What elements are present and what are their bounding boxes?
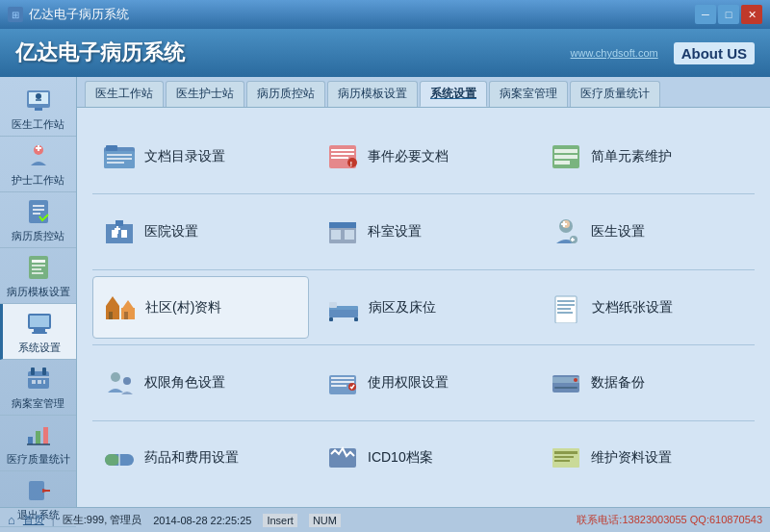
sidebar-label-nurse: 护士工作站 (12, 174, 64, 187)
svg-rect-99 (554, 451, 578, 454)
close-button[interactable]: ✕ (741, 5, 762, 24)
svg-rect-25 (32, 380, 36, 384)
svg-point-84 (123, 377, 131, 385)
tab-nurse-ws[interactable]: 医生护士站 (166, 81, 244, 107)
role-perm-label: 权限角色设置 (144, 374, 225, 392)
grid-row-5: 药品和费用设置 ICD10档案 (92, 421, 755, 495)
sidebar-label-template: 病历模板设置 (7, 286, 70, 298)
tab-doctor-ws[interactable]: 医生工作站 (85, 81, 164, 107)
doc-dir-icon (102, 141, 137, 172)
sidebar-item-case-room[interactable]: 病案室管理 (0, 360, 76, 416)
maximize-button[interactable]: □ (718, 5, 739, 24)
content-area: 医生工作站 医生护士站 病历质控站 病历模板设置 系统设置 病案室管理 医疗质量… (77, 77, 770, 507)
status-main: 医生:999, 管理员 2014-08-28 22:25:25 Insert N… (63, 513, 570, 527)
grid-cell-drug-fee[interactable]: 药品和费用设置 (92, 427, 308, 490)
data-backup-icon (549, 367, 583, 398)
home-icon: ⌂ (8, 513, 15, 527)
home-label[interactable]: 首页 (23, 513, 44, 527)
grid-cell-doc-dir[interactable]: 文档目录设置 (92, 125, 308, 188)
maintain-label: 维护资料设置 (591, 449, 672, 467)
svg-rect-26 (38, 380, 41, 384)
grid-cell-use-perm[interactable]: 使用权限设置 (316, 351, 531, 414)
svg-text:!: ! (350, 160, 353, 168)
sidebar-item-system[interactable]: 系统设置 (0, 304, 76, 360)
svg-rect-88 (331, 385, 346, 387)
grid-cell-ward-bed[interactable]: 病区及床位 (317, 276, 531, 339)
ward-bed-label: 病区及床位 (369, 299, 436, 317)
svg-rect-23 (42, 367, 46, 375)
grid-cell-data-backup[interactable]: 数据备份 (539, 351, 755, 414)
grid-cell-icd10[interactable]: ICD10档案 (316, 427, 531, 490)
svg-rect-27 (43, 380, 45, 384)
svg-rect-42 (331, 153, 354, 155)
svg-rect-19 (34, 329, 45, 332)
grid-row-2: 医院设置 科室设置 (92, 194, 755, 269)
tab-case-room[interactable]: 病案室管理 (489, 81, 568, 107)
svg-rect-7 (38, 145, 39, 151)
sidebar-label-case: 病案室管理 (12, 397, 64, 410)
svg-rect-76 (329, 317, 333, 321)
svg-rect-50 (106, 224, 133, 243)
num-label: NUM (309, 514, 341, 527)
data-backup-label: 数据备份 (591, 374, 645, 392)
grid-cell-hospital[interactable]: 医院设置 (92, 200, 308, 263)
svg-rect-75 (329, 302, 337, 308)
sidebar-item-quality-stats[interactable]: 医疗质量统计 (0, 416, 76, 471)
grid-cell-community[interactable]: 社区(村)资料 (92, 276, 309, 339)
minimize-button[interactable]: ─ (695, 5, 716, 24)
website-link[interactable]: www.chydsoft.com (571, 47, 658, 59)
event-doc-icon: ! (325, 141, 360, 172)
svg-rect-101 (554, 460, 570, 462)
svg-rect-32 (29, 481, 44, 500)
grid-cell-doctor[interactable]: 医生设置 (539, 200, 755, 263)
doc-dir-label: 文档目录设置 (144, 148, 225, 165)
doctor-icon (549, 216, 583, 247)
grid-cell-role-perm[interactable]: 权限角色设置 (92, 351, 308, 414)
about-button[interactable]: About US (674, 42, 755, 64)
simple-elem-label: 简单元素维护 (591, 148, 672, 165)
svg-rect-36 (106, 145, 117, 151)
svg-rect-95 (105, 454, 119, 466)
nurse-workstation-icon (23, 140, 54, 171)
grid-row-3: 社区(村)资料 病区及床位 (92, 270, 755, 345)
hospital-icon (102, 216, 137, 247)
insert-label: Insert (263, 514, 297, 527)
quality-stats-icon (23, 419, 54, 450)
svg-rect-29 (36, 431, 40, 444)
svg-rect-80 (557, 304, 575, 306)
grid-cell-simple-elem[interactable]: 简单元素维护 (539, 125, 755, 188)
svg-rect-43 (331, 157, 348, 159)
doctor-label: 医生:999, 管理员 (63, 513, 142, 527)
grid-cell-event-doc[interactable]: ! 事件必要文档 (316, 125, 531, 188)
dept-label: 科室设置 (368, 223, 422, 241)
svg-rect-86 (331, 377, 354, 379)
tab-quality-stat[interactable]: 医疗质量统计 (570, 81, 660, 107)
hospital-label: 医院设置 (144, 223, 198, 241)
tab-sys-set[interactable]: 系统设置 (420, 81, 487, 107)
sidebar-item-quality-control[interactable]: 病历质控站 (0, 192, 76, 248)
quality-control-icon (23, 196, 54, 227)
dept-icon (325, 216, 360, 247)
svg-marker-70 (121, 300, 135, 310)
sidebar-item-nurse-workstation[interactable]: 护士工作站 (0, 137, 76, 192)
sidebar-label-doctor: 医生工作站 (12, 118, 64, 131)
grid-cell-dept[interactable]: 科室设置 (316, 200, 531, 263)
svg-rect-81 (557, 308, 571, 310)
sidebar-item-template[interactable]: 病历模板设置 (0, 248, 76, 304)
svg-rect-20 (32, 332, 47, 334)
svg-rect-59 (345, 230, 354, 240)
tab-quality-ctrl[interactable]: 病历质控站 (246, 81, 325, 107)
tab-bar: 医生工作站 医生护士站 病历质控站 病历模板设置 系统设置 病案室管理 医疗质量… (77, 77, 770, 108)
sidebar-item-doctor-workstation[interactable]: 医生工作站 (0, 81, 76, 137)
doctor-workstation-icon (23, 85, 54, 115)
svg-rect-30 (43, 427, 48, 444)
event-doc-label: 事件必要文档 (368, 148, 449, 165)
grid-cell-doc-paper[interactable]: 文档纸张设置 (540, 276, 755, 339)
grid-cell-maintain[interactable]: 维护资料设置 (539, 427, 755, 490)
svg-rect-2 (35, 108, 42, 111)
svg-rect-77 (354, 317, 358, 321)
svg-rect-39 (107, 162, 124, 164)
tab-template-set[interactable]: 病历模板设置 (327, 81, 418, 107)
svg-rect-55 (115, 228, 120, 230)
svg-rect-47 (554, 149, 578, 153)
